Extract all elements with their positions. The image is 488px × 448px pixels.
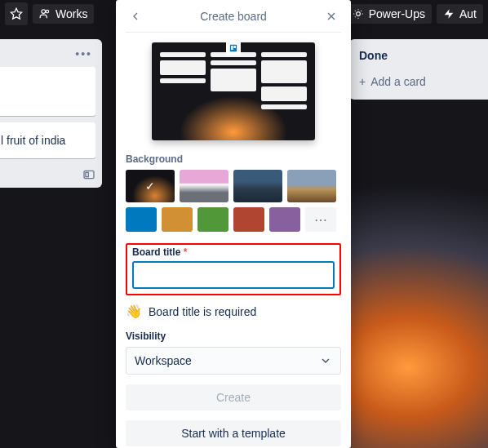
workspace-button[interactable]: Works <box>33 4 94 24</box>
bg-image-4[interactable] <box>287 170 336 202</box>
workspace-label: Works <box>55 7 87 20</box>
visibility-select[interactable]: Workspace <box>126 347 341 375</box>
list-column-right: Done + Add a card <box>349 39 488 100</box>
board-title-field-highlight: Board title * <box>126 243 341 295</box>
board-preview <box>152 42 315 140</box>
bg-image-1[interactable] <box>126 170 175 202</box>
svg-marker-4 <box>445 9 454 19</box>
more-icon[interactable]: ••• <box>75 47 92 60</box>
svg-marker-0 <box>11 8 21 19</box>
star-button[interactable] <box>5 2 28 25</box>
board-title-input[interactable] <box>132 261 335 289</box>
visibility-value: Workspace <box>135 354 192 367</box>
title-required-hint: 👋 Board title is required <box>126 304 341 319</box>
automation-label: Aut <box>459 7 477 20</box>
visibility-label: Visibility <box>126 330 341 342</box>
add-card-label: Add a card <box>370 75 426 88</box>
bg-image-2[interactable] <box>180 170 228 202</box>
list-card[interactable]: l fruit of india <box>0 122 95 158</box>
trello-icon <box>226 41 241 55</box>
plus-icon: + <box>359 75 366 88</box>
back-button[interactable] <box>126 7 145 26</box>
popover-title: Create board <box>145 10 322 23</box>
list-card[interactable] <box>0 67 95 116</box>
background-images-row <box>126 170 341 202</box>
wave-icon: 👋 <box>126 304 142 319</box>
bg-color-5[interactable] <box>269 207 300 232</box>
chevron-down-icon <box>319 354 332 367</box>
powerups-button[interactable]: Power-Ups <box>346 4 432 24</box>
bg-color-2[interactable] <box>162 207 193 232</box>
add-card-button[interactable]: + Add a card <box>356 70 488 93</box>
svg-rect-11 <box>233 46 236 48</box>
svg-point-2 <box>46 10 49 13</box>
create-board-popover: Create board Background ⋯ Board title * <box>116 0 351 448</box>
close-button[interactable] <box>322 7 341 26</box>
svg-point-1 <box>42 10 46 14</box>
bg-more-button[interactable]: ⋯ <box>305 207 336 232</box>
automation-button[interactable]: Aut <box>437 4 483 24</box>
background-colors-row: ⋯ <box>126 207 341 232</box>
bg-image-3[interactable] <box>233 170 282 202</box>
list-title[interactable]: Done <box>356 46 488 70</box>
template-icon[interactable] <box>82 168 95 181</box>
bg-color-3[interactable] <box>197 207 228 232</box>
svg-rect-6 <box>86 172 88 176</box>
start-with-template-button[interactable]: Start with a template <box>126 420 341 446</box>
bg-color-1[interactable] <box>126 207 157 232</box>
powerups-label: Power-Ups <box>369 7 425 20</box>
bg-color-4[interactable] <box>233 207 264 232</box>
background-label: Background <box>126 153 341 165</box>
board-title-label: Board title * <box>132 246 335 258</box>
svg-rect-10 <box>231 46 233 50</box>
list-column-left: ••• l fruit of india <box>0 39 102 188</box>
create-button[interactable]: Create <box>126 384 341 410</box>
svg-point-3 <box>356 12 360 16</box>
